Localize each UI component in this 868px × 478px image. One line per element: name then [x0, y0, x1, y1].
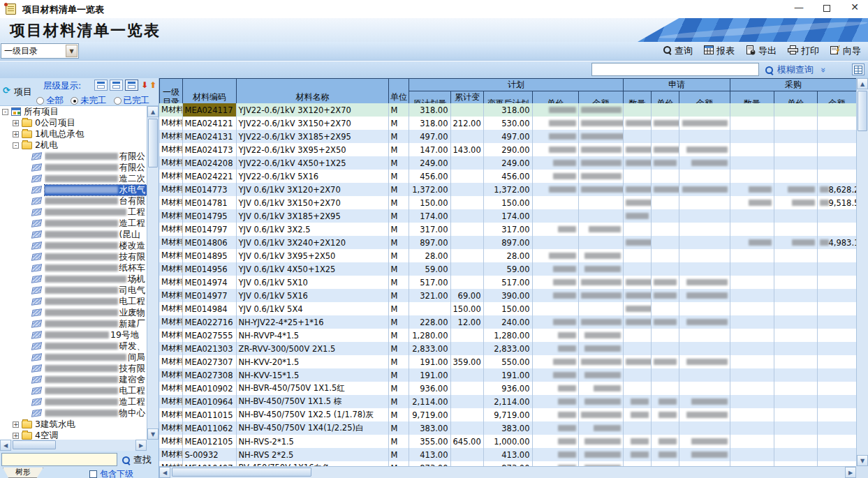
cell-plan-unit-price[interactable]	[532, 302, 578, 315]
cell-plan-unit-price[interactable]	[532, 117, 578, 130]
cell-category[interactable]: M材料	[159, 262, 182, 276]
collapse-icon[interactable]: -	[2, 109, 8, 115]
cell-unit[interactable]: M	[388, 183, 409, 196]
cell-unit[interactable]: M	[388, 276, 409, 289]
cell-purchase-amount[interactable]	[817, 249, 856, 262]
cell-apply-amount[interactable]	[679, 209, 730, 223]
cell-category[interactable]: M材料	[159, 315, 182, 329]
cell-plan-after-change[interactable]: 191.00	[483, 368, 532, 382]
cell-material-name[interactable]: NH-BV-450/750V 1X4(1/2.25)白	[236, 421, 388, 435]
find-button[interactable]: 查找	[122, 454, 152, 466]
cell-plan-original-qty[interactable]: 383.00	[409, 421, 450, 435]
cell-plan-accum-change[interactable]	[450, 368, 483, 382]
cell-apply-unit-price[interactable]	[651, 103, 679, 117]
cell-plan-after-change[interactable]: 150.00	[483, 196, 532, 209]
cell-plan-original-qty[interactable]: 174.00	[409, 209, 450, 223]
grid-horizontal-scrollbar[interactable]: ◀ ▶	[159, 466, 856, 478]
cell-purchase-amount[interactable]	[817, 103, 856, 117]
cell-purchase-unit-price[interactable]	[774, 315, 817, 329]
expand-icon[interactable]: +	[13, 433, 19, 439]
cell-material-name[interactable]: YJV 0.6/1kV 3X120+2X70	[236, 183, 388, 196]
scroll-right-icon[interactable]: ▶	[135, 440, 147, 451]
maximize-button[interactable]	[821, 1, 833, 15]
cell-purchase-unit-price[interactable]	[774, 289, 817, 302]
cell-plan-unit-price[interactable]	[532, 355, 578, 368]
cell-category[interactable]: M材料	[159, 355, 182, 368]
table-row[interactable]: M材料ME014974YJV 0.6/1kV 5X10M517.00517.00	[159, 276, 856, 289]
cell-purchase-qty[interactable]	[730, 183, 774, 196]
cell-plan-accum-change[interactable]: 645.00	[450, 435, 483, 448]
cell-plan-accum-change[interactable]: 212.00	[450, 117, 483, 130]
cell-purchase-unit-price[interactable]	[774, 249, 817, 262]
cell-purchase-amount[interactable]	[817, 156, 856, 170]
cell-material-name[interactable]: YJV 0.6/1kV 4X50+1X25	[236, 262, 388, 276]
cell-plan-after-change[interactable]: 873.00	[483, 461, 532, 466]
cell-category[interactable]: M材料	[159, 236, 182, 249]
level-display-2-icon[interactable]	[110, 80, 123, 91]
cell-purchase-unit-price[interactable]	[774, 408, 817, 421]
cell-category[interactable]: M材料	[159, 421, 182, 435]
cell-apply-qty[interactable]	[623, 156, 651, 170]
cell-plan-accum-change[interactable]	[450, 461, 483, 466]
cell-apply-unit-price[interactable]	[651, 117, 679, 130]
tree-leaf-project-19[interactable]: 技有限	[0, 363, 147, 374]
cell-apply-unit-price[interactable]	[651, 130, 679, 143]
cell-material-code[interactable]: S-00932	[182, 448, 236, 461]
cell-apply-qty[interactable]	[623, 117, 651, 130]
cell-material-code[interactable]: MEA010964	[182, 395, 236, 408]
cell-purchase-amount[interactable]	[817, 276, 856, 289]
cell-apply-amount[interactable]	[679, 143, 730, 156]
cell-purchase-amount[interactable]	[817, 355, 856, 368]
cell-unit[interactable]: M	[388, 461, 409, 466]
table-row[interactable]: M材料MEA024173YJV22-0.6/1kV 3X95+2X50M147.…	[159, 143, 856, 156]
cell-plan-after-change[interactable]: 456.00	[483, 170, 532, 183]
scroll-up-icon[interactable]: ▲	[857, 78, 868, 89]
cell-purchase-qty[interactable]	[730, 329, 774, 342]
cell-apply-amount[interactable]	[679, 103, 730, 117]
cell-purchase-amount[interactable]	[817, 329, 856, 342]
cell-unit[interactable]: M	[388, 130, 409, 143]
cell-plan-after-change[interactable]: 897.00	[483, 236, 532, 249]
scroll-up-icon[interactable]: ▲	[147, 106, 159, 117]
cell-unit[interactable]: M	[388, 435, 409, 448]
cell-plan-original-qty[interactable]	[409, 302, 450, 315]
cell-plan-accum-change[interactable]	[450, 329, 483, 342]
tree-node-0公司项目[interactable]: +0公司项目	[0, 117, 147, 128]
cell-purchase-qty[interactable]	[730, 156, 774, 170]
cell-material-name[interactable]: YJV22-0.6/1kV 3X120+2X70	[236, 103, 388, 117]
cell-material-code[interactable]: ME014806	[182, 236, 236, 249]
cell-plan-accum-change[interactable]	[450, 209, 483, 223]
cell-plan-original-qty[interactable]: 28.00	[409, 249, 450, 262]
cell-plan-accum-change[interactable]	[450, 170, 483, 183]
cell-material-code[interactable]: ME014977	[182, 289, 236, 302]
table-row[interactable]: M材料S-00932NH-RVS 2*2.5M413.00413.00	[159, 448, 856, 461]
cell-plan-amount[interactable]	[578, 382, 623, 395]
cell-material-name[interactable]: YJV 0.6/1kV 5X4	[236, 302, 388, 315]
cell-purchase-qty[interactable]	[730, 461, 774, 466]
cell-purchase-qty[interactable]	[730, 395, 774, 408]
cell-plan-accum-change[interactable]	[450, 156, 483, 170]
cell-material-code[interactable]: MEA024208	[182, 156, 236, 170]
cell-material-name[interactable]: YJV 0.6/1kV 3X2.5	[236, 223, 388, 236]
cell-plan-amount[interactable]	[578, 276, 623, 289]
cell-apply-qty[interactable]	[623, 355, 651, 368]
scrollbar-thumb[interactable]	[172, 468, 311, 477]
cell-apply-amount[interactable]	[679, 130, 730, 143]
cell-plan-accum-change[interactable]	[450, 408, 483, 421]
minimize-button[interactable]: —	[793, 1, 805, 15]
cell-purchase-qty[interactable]	[730, 209, 774, 223]
cell-apply-amount[interactable]	[679, 408, 730, 421]
cell-plan-unit-price[interactable]	[532, 262, 578, 276]
table-row[interactable]: M材料MEA012105NH-RVS-2*1.5M355.00645.001,0…	[159, 435, 856, 448]
cell-plan-original-qty[interactable]: 413.00	[409, 448, 450, 461]
tree-leaf-project-7[interactable]: (昆山	[0, 229, 147, 240]
cell-apply-amount[interactable]	[679, 435, 730, 448]
scroll-left-icon[interactable]: ◀	[159, 467, 170, 478]
cell-purchase-amount[interactable]	[817, 382, 856, 395]
cell-apply-amount[interactable]	[679, 461, 730, 466]
cell-plan-unit-price[interactable]	[532, 421, 578, 435]
cell-purchase-amount[interactable]	[817, 223, 856, 236]
cell-material-name[interactable]: YJV 0.6/1kV 3X240+2X120	[236, 236, 388, 249]
cell-plan-unit-price[interactable]	[532, 130, 578, 143]
toolbar-button-wizard[interactable]: 向导	[830, 45, 861, 57]
